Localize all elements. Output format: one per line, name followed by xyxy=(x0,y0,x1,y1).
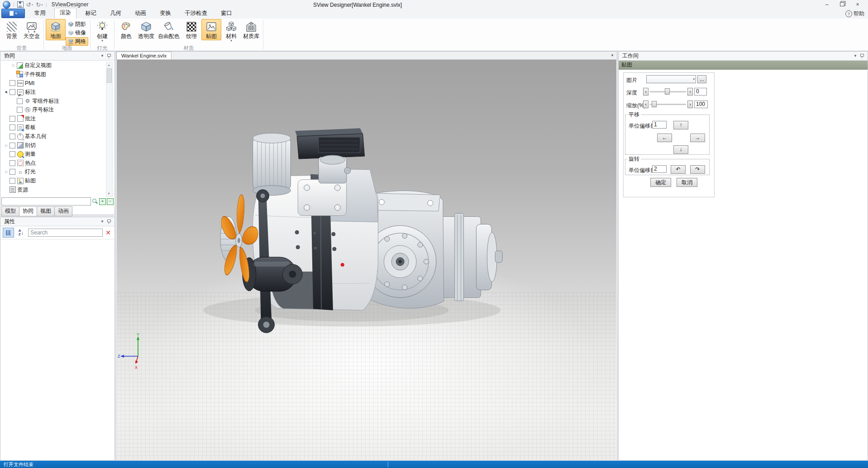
scroll-down-icon[interactable]: ▼ xyxy=(106,191,111,196)
tree-item-resource[interactable]: 资源 xyxy=(1,185,114,194)
scale-increase-button[interactable]: › xyxy=(687,100,693,108)
restore-button[interactable] xyxy=(835,0,850,9)
expand-icon[interactable]: ▷ xyxy=(4,170,10,174)
annotation-checkbox[interactable] xyxy=(10,116,15,122)
create-light-button[interactable]: 创建 ▾ xyxy=(92,19,112,43)
app-logo-icon[interactable] xyxy=(3,1,10,9)
ground-button[interactable]: 地面 xyxy=(46,19,66,40)
translate-left-button[interactable]: ← xyxy=(657,134,672,142)
tab-changyong[interactable]: 常用 xyxy=(29,9,51,19)
translate-down-button[interactable]: ↓ xyxy=(673,145,688,154)
bottom-tab-collaboration[interactable]: 协同 xyxy=(19,206,37,216)
tree-item-light[interactable]: ▷ 灯光 xyxy=(1,167,114,177)
transparency-button[interactable]: 透明度 xyxy=(136,19,156,40)
material-button[interactable]: 材料 ▾ xyxy=(221,19,241,43)
decal-anchor-point[interactable] xyxy=(341,263,344,267)
tree-item-board[interactable]: 看板 xyxy=(1,123,114,132)
depth-increase-button[interactable]: › xyxy=(687,88,693,96)
depth-slider[interactable] xyxy=(650,88,686,95)
tab-xuanran[interactable]: 渲染 xyxy=(54,8,76,19)
cancel-button[interactable]: 取消 xyxy=(677,178,697,187)
tab-bianhuan[interactable]: 变换 xyxy=(155,9,176,19)
categorize-button[interactable] xyxy=(3,228,14,238)
pmi-checkbox[interactable] xyxy=(10,80,15,86)
minimize-button[interactable]: – xyxy=(819,0,835,9)
file-menu-button[interactable]: ▾ xyxy=(1,9,25,18)
tree-item-annotation[interactable]: 批注 xyxy=(1,115,114,124)
tab-jihe[interactable]: 几何 xyxy=(105,9,126,19)
tree-item-subpart-view[interactable]: 子件视图 xyxy=(1,70,114,79)
panel-collapse-icon[interactable]: ▼ xyxy=(98,54,107,58)
skybox-button[interactable]: 天空盒 xyxy=(22,19,42,40)
tab-chuangkou[interactable]: 窗口 xyxy=(216,9,237,19)
scale-value-field[interactable]: 100 xyxy=(694,100,708,108)
mirror-button[interactable]: 镜像 xyxy=(66,29,88,37)
rotate-ccw-button[interactable]: ↶ xyxy=(671,165,686,174)
close-button[interactable]: × xyxy=(850,0,865,9)
panel-collapse-icon[interactable]: ▼ xyxy=(98,220,107,224)
callout-checkbox[interactable] xyxy=(10,89,15,95)
browse-image-button[interactable]: ... xyxy=(697,75,706,83)
tree-item-decal[interactable]: 贴图 xyxy=(1,177,114,186)
tree-item-measure[interactable]: 测量 xyxy=(1,150,114,159)
tree-item-hotspot[interactable]: 热点 xyxy=(1,159,114,168)
decal-button[interactable]: 贴图 xyxy=(201,19,221,40)
scale-decrease-button[interactable]: ‹ xyxy=(643,100,649,108)
expand-icon[interactable]: ▷ xyxy=(11,63,17,67)
material-library-button[interactable]: 材质库 xyxy=(241,19,261,40)
depth-value-field[interactable]: 0 xyxy=(694,88,707,96)
translate-right-button[interactable]: → xyxy=(690,134,705,142)
clear-search-icon[interactable]: ✕ xyxy=(104,229,112,236)
help-button[interactable]: ? 帮助 xyxy=(845,10,864,18)
section-cut-checkbox[interactable] xyxy=(10,143,15,148)
tree-item-pmi[interactable]: PMI xyxy=(1,79,114,88)
3d-canvas[interactable]: Y Z X xyxy=(117,60,616,460)
tab-biaoji[interactable]: 标记 xyxy=(80,9,101,19)
panel-pin-icon[interactable] xyxy=(107,219,111,224)
translate-offset-field[interactable]: 1 xyxy=(652,121,667,129)
expand-icon[interactable]: ▶ xyxy=(3,89,10,96)
measure-checkbox[interactable] xyxy=(10,151,15,157)
search-icon[interactable] xyxy=(92,198,98,205)
basic-geometry-checkbox[interactable] xyxy=(10,134,15,139)
tree-item-custom-views[interactable]: ▷ 自定义视图 xyxy=(1,61,114,70)
ok-button[interactable]: 确定 xyxy=(650,178,671,187)
panel-pin-icon[interactable] xyxy=(107,53,111,58)
part-callout-checkbox[interactable] xyxy=(17,98,23,104)
collapse-all-button[interactable]: − xyxy=(107,198,114,205)
board-checkbox[interactable] xyxy=(10,124,15,130)
texture-button[interactable]: 纹理 xyxy=(181,19,201,40)
scrollbar-thumb[interactable] xyxy=(107,68,112,83)
background-button[interactable]: 背景 xyxy=(2,19,22,40)
tree-scrollbar[interactable]: ▲ ▼ xyxy=(106,62,113,197)
tree-item-callout[interactable]: ▶ 标注 xyxy=(1,88,114,97)
depth-decrease-button[interactable]: ‹ xyxy=(643,88,649,96)
translate-up-button[interactable]: ↑ xyxy=(673,121,688,129)
color-button[interactable]: 颜色 xyxy=(116,19,136,40)
panel-pin-icon[interactable] xyxy=(860,53,864,58)
properties-search-input[interactable] xyxy=(28,229,103,237)
tree-item-part-callout[interactable]: 零组件标注 xyxy=(1,96,114,105)
material-dropdown-icon[interactable]: ▾ xyxy=(230,39,232,42)
bottom-tab-model[interactable]: 模型 xyxy=(1,206,19,216)
tree-item-sequence-callout[interactable]: 序号标注 xyxy=(1,105,114,115)
light-checkbox[interactable] xyxy=(10,169,15,175)
expand-all-button[interactable]: + xyxy=(99,198,106,205)
tree-item-section-cut[interactable]: ▷ 剖切 xyxy=(1,141,114,150)
redo-button[interactable]: ↻▾ xyxy=(36,2,43,8)
hotspot-checkbox[interactable] xyxy=(10,160,15,166)
sort-alphabetical-button[interactable]: AZ ↓ xyxy=(15,228,27,238)
free-color-button[interactable]: 自由配色 xyxy=(156,19,181,40)
expand-icon[interactable]: ▷ xyxy=(4,143,10,148)
bottom-tab-view[interactable]: 视图 xyxy=(37,206,55,216)
tree-item-basic-geometry[interactable]: 基本几何 xyxy=(1,132,114,141)
save-icon[interactable] xyxy=(17,1,24,8)
undo-button[interactable]: ↺▾ xyxy=(26,2,33,8)
scroll-up-icon[interactable]: ▲ xyxy=(106,62,111,68)
rotate-cw-button[interactable]: ↷ xyxy=(690,165,705,174)
depth-slider-knob[interactable] xyxy=(665,88,670,95)
panel-collapse-icon[interactable]: ▼ xyxy=(851,54,860,58)
document-tab[interactable]: Wankel Engine.svlx xyxy=(116,52,172,59)
scale-slider-knob[interactable] xyxy=(652,101,657,107)
tab-donghua[interactable]: 动画 xyxy=(130,9,151,19)
